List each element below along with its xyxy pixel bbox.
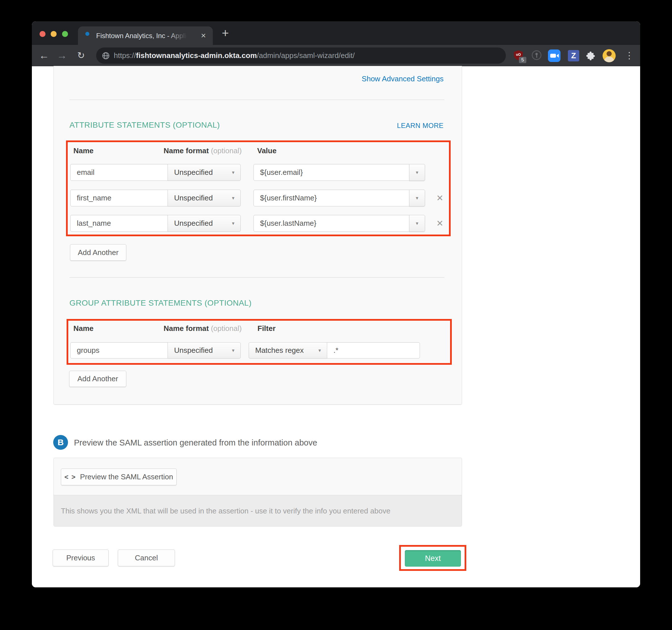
browser-menu-icon[interactable]: ⋮ (623, 49, 635, 62)
extensions-puzzle-icon[interactable] (585, 50, 597, 61)
attribute-statements-title: ATTRIBUTE STATEMENTS (OPTIONAL) (69, 121, 220, 130)
browser-tab[interactable]: Fishtown Analytics, Inc - Applic × (78, 26, 213, 45)
optional-hint: (optional) (211, 146, 242, 155)
back-icon[interactable]: ← (38, 49, 50, 62)
password-manager-extension-icon[interactable] (530, 49, 543, 62)
next-button[interactable]: Next (405, 550, 461, 566)
url-text: https://fishtownanalytics-admin.okta.com… (114, 48, 355, 64)
attr-name-format-select[interactable]: Unspecified▼ (168, 215, 241, 232)
attr-value-dropdown-button[interactable]: ▼ (409, 164, 425, 181)
attr-value-input[interactable] (254, 164, 409, 181)
learn-more-link[interactable]: LEARN MORE (397, 122, 443, 130)
step-b-text: Preview the SAML assertion generated fro… (74, 438, 317, 448)
add-another-attribute-button[interactable]: Add Another (70, 244, 126, 261)
url-path: /admin/apps/saml-wizard/edit/ (257, 51, 355, 60)
preview-note-strip: This shows you the XML that will be used… (54, 495, 462, 526)
zoom-extension-icon[interactable] (548, 49, 560, 62)
add-another-group-attribute-button[interactable]: Add Another (69, 371, 126, 387)
close-window-button[interactable] (40, 31, 46, 37)
browser-toolbar: ← → ↻ https://fishtownanalytics-admin.ok… (32, 45, 640, 66)
attr-name-format-select[interactable]: Unspecified▼ (168, 164, 241, 181)
attr-value-dropdown-button[interactable]: ▼ (409, 190, 425, 206)
tab-title-fade (167, 31, 187, 40)
chevron-down-icon: ▼ (317, 343, 322, 358)
page-content: Show Advanced Settings ATTRIBUTE STATEME… (32, 66, 640, 587)
close-tab-icon[interactable]: × (198, 30, 209, 41)
minimize-window-button[interactable] (51, 31, 56, 37)
site-info-globe-icon[interactable] (102, 52, 110, 61)
browser-titlebar: Fishtown Analytics, Inc - Applic × + (32, 21, 640, 45)
show-advanced-settings-link[interactable]: Show Advanced Settings (362, 75, 443, 83)
svg-text:uO: uO (516, 53, 521, 56)
attr-value-input[interactable] (254, 190, 409, 206)
url-scheme: https:// (114, 51, 136, 60)
url-domain: fishtownanalytics-admin.okta.com (136, 51, 257, 60)
code-icon: < > (65, 473, 76, 481)
group-name-format-select[interactable]: Unspecified▼ (168, 342, 241, 358)
column-header-name-format: Name format (optional) (164, 324, 242, 333)
chevron-down-icon: ▼ (231, 343, 235, 358)
new-tab-button[interactable]: + (219, 27, 232, 40)
attr-name-input[interactable] (70, 190, 168, 206)
okta-favicon-icon (85, 32, 89, 36)
remove-row-icon[interactable]: ✕ (434, 192, 446, 204)
group-name-input[interactable] (70, 342, 168, 358)
chevron-down-icon: ▼ (231, 215, 235, 231)
z-extension-icon[interactable]: Z (568, 50, 579, 61)
divider (69, 100, 445, 100)
preview-assertion-panel: < >Preview the SAML Assertion This shows… (53, 458, 462, 527)
attr-value-dropdown-button[interactable]: ▼ (409, 215, 425, 232)
step-b-badge: B (53, 435, 68, 450)
saml-settings-panel: Show Advanced Settings ATTRIBUTE STATEME… (53, 66, 462, 405)
remove-row-icon[interactable]: ✕ (434, 217, 446, 230)
attr-name-format-select[interactable]: Unspecified▼ (168, 190, 241, 206)
chevron-down-icon: ▼ (231, 190, 235, 206)
previous-button[interactable]: Previous (53, 550, 109, 566)
group-filter-value-input[interactable] (327, 342, 420, 358)
group-attribute-statements-title: GROUP ATTRIBUTE STATEMENTS (OPTIONAL) (69, 299, 251, 308)
optional-hint: (optional) (211, 324, 242, 333)
chevron-down-icon: ▼ (231, 164, 235, 180)
attr-name-input[interactable] (70, 215, 168, 232)
forward-icon[interactable]: → (56, 49, 68, 62)
attr-name-input[interactable] (70, 164, 168, 181)
preview-note-text: This shows you the XML that will be used… (61, 495, 390, 527)
group-filter-type-select[interactable]: Matches regex▼ (249, 342, 327, 358)
column-header-name: Name (73, 146, 94, 155)
address-bar[interactable]: https://fishtownanalytics-admin.okta.com… (96, 48, 506, 64)
column-header-name: Name (73, 324, 94, 333)
column-header-value: Value (257, 146, 277, 155)
profile-avatar[interactable] (603, 49, 616, 62)
browser-window: Fishtown Analytics, Inc - Applic × + ← →… (32, 21, 640, 587)
preview-saml-assertion-button[interactable]: < >Preview the SAML Assertion (61, 469, 177, 485)
divider (69, 277, 445, 278)
ublock-badge: 5 (519, 57, 526, 63)
cancel-button[interactable]: Cancel (118, 550, 175, 566)
desktop-background: Fishtown Analytics, Inc - Applic × + ← →… (0, 0, 672, 630)
fullscreen-window-button[interactable] (62, 31, 68, 37)
column-header-filter: Filter (258, 324, 276, 333)
column-header-name-format: Name format (optional) (164, 146, 242, 155)
attr-value-input[interactable] (254, 215, 409, 232)
reload-icon[interactable]: ↻ (75, 49, 87, 62)
